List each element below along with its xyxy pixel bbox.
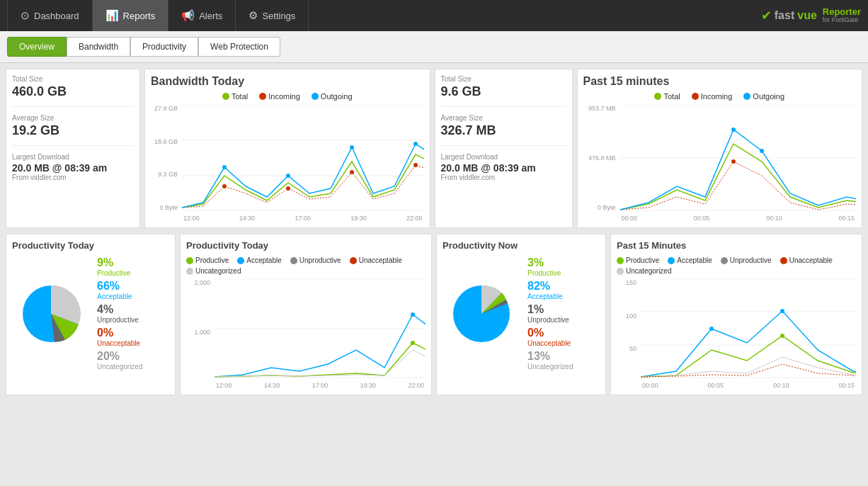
p15-legend-uncategorized-label: Uncategorized bbox=[626, 267, 671, 275]
prod-today-pie-container: 9% Productive 66% Acceptable 4% Unproduc… bbox=[12, 256, 169, 371]
nav-dashboard-label: Dashboard bbox=[34, 11, 79, 21]
now-total-size-label: Total Size bbox=[441, 75, 566, 83]
total-dot bbox=[222, 93, 229, 100]
now-largest-dl-value: 20.0 MB @ 08:39 am bbox=[441, 162, 566, 174]
svg-point-11 bbox=[350, 145, 354, 149]
past15-panel: Past 15 minutes Total Incoming Outgoing … bbox=[577, 69, 863, 228]
y-label-3: 9.3 GB bbox=[151, 171, 178, 178]
tab-bandwidth[interactable]: Bandwidth bbox=[67, 37, 130, 57]
now-unproductive-label: Unproductive bbox=[527, 316, 573, 324]
settings-icon: ⚙ bbox=[249, 9, 258, 22]
sub-nav: Overview Bandwidth Productivity Web Prot… bbox=[0, 31, 868, 63]
avg-size-block: Average Size 19.2 GB bbox=[12, 114, 134, 146]
past15-y1: 953.7 MB bbox=[583, 105, 616, 112]
prod-legend-acceptable: Acceptable bbox=[237, 256, 281, 264]
nav-settings[interactable]: ⚙ Settings bbox=[236, 0, 309, 31]
p15-chart-area: 00:00 00:05 00:10 00:15 bbox=[641, 279, 856, 389]
x-label-1430: 14:30 bbox=[239, 215, 256, 222]
bw-chart-area: 12:00 14:30 17:00 19:30 22:00 bbox=[182, 105, 424, 222]
p15-legend-unproductive: Unproductive bbox=[721, 256, 772, 264]
now-uncategorized-label: Uncategorized bbox=[527, 363, 573, 371]
prod-y-axis: 2,000 1,000 bbox=[186, 279, 212, 378]
tab-web-protection[interactable]: Web Protection bbox=[198, 37, 280, 57]
bandwidth-today-legend: Total Incoming Outgoing bbox=[151, 92, 424, 101]
prod-unacceptable-label: Unacceptable bbox=[97, 339, 142, 347]
prod-acceptable-dot bbox=[237, 257, 244, 264]
largest-dl-label: Largest Download bbox=[12, 153, 134, 161]
prod-x-axis: 12:00 14:30 17:00 19:30 22:00 bbox=[215, 382, 426, 389]
p15-legend-acceptable: Acceptable bbox=[668, 256, 712, 264]
nav-alerts[interactable]: 📢 Alerts bbox=[169, 0, 236, 31]
past15-legend-incoming-label: Incoming bbox=[701, 92, 733, 101]
outgoing-dot bbox=[312, 93, 319, 100]
nav-settings-label: Settings bbox=[262, 11, 295, 21]
svg-point-5 bbox=[286, 186, 290, 191]
y-label-1: 27.9 GB bbox=[151, 105, 178, 112]
now-uncategorized-stat: 13% Uncategorized bbox=[527, 350, 573, 371]
prod-unacceptable-pct: 0% bbox=[97, 327, 142, 339]
now-largest-dl-sub: From viddler.com bbox=[441, 174, 566, 181]
svg-point-19 bbox=[731, 128, 736, 132]
prod-productive-dot bbox=[186, 257, 193, 264]
avg-size-label: Average Size bbox=[12, 114, 134, 122]
p15-productive-dot bbox=[617, 257, 624, 264]
past15-incoming-dot bbox=[692, 93, 699, 100]
prod-today-svg bbox=[215, 279, 426, 378]
total-size-value: 460.0 GB bbox=[12, 84, 134, 99]
prod-productive-stat: 9% Productive bbox=[97, 256, 142, 277]
p15-y-axis: 150 100 50 bbox=[617, 279, 638, 378]
productivity-row: Productivity Today 9% bbox=[6, 234, 862, 395]
nav-reports[interactable]: 📊 Reports bbox=[93, 0, 169, 31]
now-largest-dl-label: Largest Download bbox=[441, 153, 566, 161]
past15-x-axis: 00:00 00:05 00:10 00:15 bbox=[620, 215, 857, 222]
now-unacceptable-stat: 0% Unacceptable bbox=[527, 327, 573, 347]
prod-past15-title: Past 15 Minutes bbox=[617, 240, 856, 251]
prod-uncategorized-stat: 20% Uncategorized bbox=[97, 350, 142, 371]
legend-outgoing-label: Outgoing bbox=[321, 92, 353, 101]
legend-outgoing: Outgoing bbox=[312, 92, 353, 101]
tab-overview[interactable]: Overview bbox=[7, 37, 67, 57]
now-acceptable-label: Acceptable bbox=[527, 293, 573, 300]
now-avg-size-label: Average Size bbox=[441, 114, 566, 122]
now-avg-size-block: Average Size 326.7 MB bbox=[441, 114, 566, 146]
prod-today-chart-panel: Productivity Today Productive Acceptable… bbox=[180, 234, 432, 395]
prod-uncategorized-label: Uncategorized bbox=[97, 363, 142, 371]
p15-uncategorized-dot bbox=[617, 268, 624, 275]
bandwidth-today-chart-wrapper: 27.9 GB 18.6 GB 9.3 GB 0 Byte bbox=[151, 105, 424, 222]
prod-today-chart-title: Productivity Today bbox=[186, 240, 426, 251]
now-acceptable-stat: 82% Acceptable bbox=[527, 280, 573, 300]
past15-legend-incoming: Incoming bbox=[692, 92, 733, 101]
prod-now-panel: Productivity Now 3% Productive bbox=[436, 234, 606, 395]
prod-today-pie-panel: Productivity Today 9% bbox=[6, 234, 176, 395]
y-label-4: 0 Byte bbox=[151, 204, 178, 211]
past15-outgoing-dot bbox=[743, 93, 750, 100]
p15-legend-unacceptable: Unacceptable bbox=[780, 256, 833, 264]
prod-legend-unacceptable: Unacceptable bbox=[350, 256, 402, 264]
incoming-dot bbox=[259, 93, 266, 100]
prod-legend-unproductive: Unproductive bbox=[290, 256, 341, 264]
svg-point-33 bbox=[780, 309, 784, 313]
past15-legend: Total Incoming Outgoing bbox=[583, 92, 857, 101]
prod-unproductive-pct: 4% bbox=[97, 303, 142, 316]
nav-dashboard[interactable]: ⊙ Dashboard bbox=[7, 0, 93, 31]
svg-point-27 bbox=[411, 341, 415, 345]
largest-dl-block: Largest Download 20.0 MB @ 08:39 am From… bbox=[12, 153, 134, 188]
prod-legend-unacceptable-label: Unacceptable bbox=[359, 256, 402, 264]
now-productive-stat: 3% Productive bbox=[527, 256, 573, 277]
prod-legend-uncategorized: Uncategorized bbox=[186, 267, 241, 275]
p15-x-axis: 00:00 00:05 00:10 00:15 bbox=[641, 382, 856, 389]
now-productive-pct: 3% bbox=[527, 256, 573, 269]
svg-point-20 bbox=[760, 149, 764, 153]
p15-legend-productive-label: Productive bbox=[626, 256, 659, 264]
now-avg-size-value: 326.7 MB bbox=[441, 123, 566, 138]
prod-today-chart-legend: Productive Acceptable Unproductive Unacc… bbox=[186, 256, 426, 275]
prod-today-chart-wrapper: 2,000 1,000 bbox=[186, 279, 426, 389]
prod-uncategorized-dot bbox=[186, 268, 193, 275]
svg-point-18 bbox=[731, 159, 736, 164]
svg-point-9 bbox=[222, 165, 227, 169]
p15-legend-unacceptable-label: Unacceptable bbox=[789, 256, 833, 264]
past15-legend-outgoing: Outgoing bbox=[743, 92, 784, 101]
prod-acceptable-pct: 66% bbox=[97, 280, 142, 293]
prod-unproductive-dot bbox=[290, 257, 297, 264]
tab-productivity[interactable]: Productivity bbox=[130, 37, 198, 57]
